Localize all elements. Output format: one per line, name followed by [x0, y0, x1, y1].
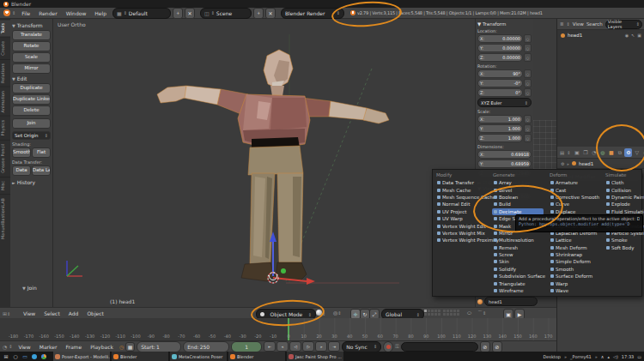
- layer-cell[interactable]: [438, 313, 440, 316]
- axis-value-field[interactable]: Y:1.000: [477, 124, 523, 133]
- modifier-item-wireframe[interactable]: Wireframe: [492, 287, 544, 294]
- properties-tab-object-data[interactable]: ▽: [633, 148, 641, 157]
- transform-mirror-button[interactable]: Mirror: [12, 63, 51, 74]
- layer-cell[interactable]: [443, 310, 446, 312]
- edit-duplicate-button[interactable]: Duplicate: [12, 83, 51, 93]
- npanel-transform-header[interactable]: ▼ Transform: [477, 21, 532, 27]
- modifier-item-skin[interactable]: Skin: [492, 258, 544, 265]
- layer-cell[interactable]: [428, 310, 430, 312]
- set-origin-dropdown[interactable]: Set Origin⇕: [12, 131, 51, 140]
- jump-to-end-button[interactable]: ⇥: [328, 341, 340, 352]
- pivot-center-dropdown[interactable]: ◎⇕: [333, 310, 341, 316]
- sync-dropdown[interactable]: No Sync⇕: [342, 341, 381, 352]
- layer-cell[interactable]: [443, 313, 446, 316]
- close-scene-button[interactable]: ✕: [265, 8, 276, 19]
- properties-tab-world[interactable]: ◍: [598, 148, 606, 157]
- outliner-item-head1[interactable]: head1 ◉ ↖ ▣: [557, 30, 644, 40]
- axis-value-field[interactable]: Y:0.00000: [477, 44, 523, 52]
- taskbar-window-2[interactable]: MetaCreations Poser: [170, 352, 227, 361]
- visibility-eye-icon[interactable]: ◉: [625, 33, 629, 38]
- modifier-item-wave[interactable]: Wave: [549, 287, 599, 294]
- layer-cell[interactable]: [434, 310, 437, 312]
- tray-expand-icon[interactable]: ∧: [601, 354, 605, 359]
- modifier-item-dynamic-paint[interactable]: Dynamic Paint: [605, 194, 637, 201]
- timeline-menu-view[interactable]: View: [14, 344, 34, 350]
- modifier-item-cloth[interactable]: Cloth: [605, 179, 637, 186]
- toolshelf-tab-grease-pencil[interactable]: Grease Pencil: [0, 140, 10, 177]
- layer-cell[interactable]: [457, 310, 459, 312]
- network-icon[interactable]: ▴: [608, 354, 611, 359]
- toolshelf-tab-physics[interactable]: Physics: [0, 116, 10, 140]
- rotation-mode-dropdown[interactable]: XYZ Euler⇕: [477, 98, 532, 107]
- modifier-item-uv-project[interactable]: UV Project: [435, 208, 487, 215]
- axis-value-field[interactable]: X:0.00000: [477, 34, 523, 43]
- viewport-shading-dropdown[interactable]: ⇕: [316, 310, 325, 316]
- layer-cell[interactable]: [424, 310, 427, 312]
- properties-tab-render-layers[interactable]: ❐: [581, 148, 589, 157]
- modifier-item-smooth[interactable]: Smooth: [549, 266, 599, 273]
- lock-icon[interactable]: ○: [524, 69, 532, 78]
- modifier-item-remesh[interactable]: Remesh: [492, 244, 544, 251]
- join-button[interactable]: Join: [12, 118, 51, 129]
- toolshelf-tab-misc[interactable]: Misc: [0, 177, 10, 194]
- notification-icon[interactable]: ▭: [637, 354, 641, 359]
- transform-panel-header[interactable]: ▼ Transform: [12, 22, 51, 28]
- properties-tab-scene[interactable]: ◔: [590, 148, 598, 157]
- layer-cell[interactable]: [457, 313, 459, 316]
- layer-cell[interactable]: [434, 313, 437, 316]
- layer-cell[interactable]: [453, 313, 456, 316]
- modifier-item-array[interactable]: Array: [492, 179, 544, 186]
- axis-value-field[interactable]: X:1.000: [477, 115, 523, 123]
- volume-icon[interactable]: ◁): [613, 354, 618, 359]
- insert-keyframe-button[interactable]: ⊘: [480, 341, 490, 352]
- object-name-field[interactable]: head1: [484, 297, 538, 306]
- modifier-item-lattice[interactable]: Lattice: [549, 237, 599, 244]
- toolshelf-tab-relations[interactable]: Relations: [0, 59, 10, 87]
- transform-rotate-button[interactable]: Rotate: [12, 41, 51, 51]
- keying-set-field[interactable]: [401, 342, 478, 352]
- edge-icon[interactable]: [31, 353, 38, 360]
- taskbar-window-4[interactable]: Jasc Paint Shop Pro ...: [287, 352, 343, 361]
- modifier-item-vertex-weight-edit[interactable]: Vertex Weight Edit: [435, 222, 487, 229]
- manipulator-y-handle[interactable]: [281, 268, 286, 274]
- modifier-item-multiresolution[interactable]: Multiresolution: [492, 237, 544, 244]
- toolshelf-tab-create[interactable]: Create: [0, 37, 10, 59]
- toolshelf-tab-manuelbastionilab[interactable]: ManuelBastioniLAB: [0, 194, 10, 243]
- axis-value-field[interactable]: Z:0.00000: [477, 53, 523, 62]
- modifier-item-boolean[interactable]: Boolean: [492, 194, 544, 201]
- frame-dropdown-icon[interactable]: ▦: [125, 342, 135, 352]
- screen-layout-selector[interactable]: ▦ ⇕ Default: [112, 8, 171, 19]
- taskbar-window-3[interactable]: Blender: [228, 352, 285, 361]
- transform-translate-button[interactable]: Translate: [12, 30, 51, 40]
- end-frame-field[interactable]: End:250: [183, 341, 229, 352]
- modifier-item-screw[interactable]: Screw: [492, 251, 544, 258]
- add-scene-button[interactable]: ＋: [253, 8, 264, 19]
- modifier-item-vertex-weight-mix[interactable]: Vertex Weight Mix: [435, 230, 487, 237]
- layer-cell[interactable]: [424, 313, 427, 316]
- outliner-editor-icon[interactable]: ≣: [560, 21, 564, 27]
- modifier-item-mesh-deform[interactable]: Mesh Deform: [549, 244, 599, 251]
- axis-value-field[interactable]: Y:0.68959: [477, 159, 532, 168]
- viewport-menu-add[interactable]: Add: [64, 310, 83, 316]
- record-button[interactable]: [383, 341, 393, 352]
- lock-icon[interactable]: ○: [524, 124, 532, 133]
- modifier-item-surface-deform[interactable]: Surface Deform: [549, 273, 599, 280]
- shading-flat-button[interactable]: Flat: [32, 147, 51, 158]
- manipulator-x-arrow[interactable]: [307, 278, 315, 285]
- taskbar-search-icon[interactable]: ○: [12, 353, 19, 360]
- modifier-item-mesh-sequence-cache[interactable]: Mesh Sequence Cache: [435, 194, 487, 201]
- modifier-item-normal-edit[interactable]: Normal Edit: [435, 201, 487, 208]
- viewport-editor-icon[interactable]: ⊞⇕: [3, 310, 10, 316]
- modifier-item-mesh-cache[interactable]: Mesh Cache: [435, 186, 487, 193]
- close-layout-button[interactable]: ✕: [185, 8, 195, 19]
- edit-panel-header[interactable]: ▼ Edit: [12, 75, 51, 81]
- render-engine-selector[interactable]: Blender Render ⇕: [281, 8, 344, 19]
- properties-tab-modifiers[interactable]: ⚙: [624, 148, 632, 157]
- outliner-search-menu[interactable]: Search: [586, 21, 603, 27]
- modifier-item-collision[interactable]: Collision: [605, 186, 637, 193]
- history-panel-header[interactable]: ► History: [12, 179, 51, 185]
- character-model[interactable]: [142, 34, 399, 287]
- snap-magnet-icon[interactable]: ⌒⇕: [477, 310, 486, 317]
- add-layout-button[interactable]: ＋: [173, 8, 183, 19]
- clock[interactable]: 17:33: [622, 354, 634, 359]
